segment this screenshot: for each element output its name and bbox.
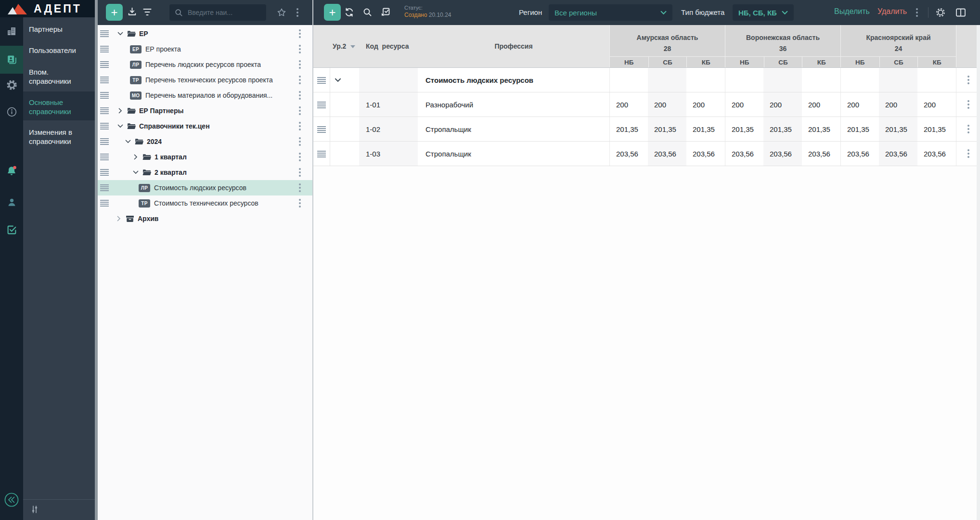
table-row[interactable]: 1-02 Стропальщик 201,35 201,35 201,35 20… [313,117,980,142]
value-cell: 201,35 [725,117,763,141]
tree-item-q2[interactable]: 2 квартал [98,165,312,180]
kebab-icon[interactable] [299,91,301,100]
collapse-panel-icon[interactable] [0,488,23,511]
chevron-down-icon[interactable] [117,32,123,36]
validate-icon[interactable] [381,7,391,17]
chevron-right-icon[interactable] [134,154,138,160]
tree-item-q1[interactable]: 1 квартал [98,149,312,165]
table-row[interactable]: 1-01 Разнорабочий 200 200 200 200 200 20… [313,92,980,117]
budget-type-dropdown[interactable]: НБ, СБ, КБ [733,4,794,21]
user-icon[interactable] [0,191,23,214]
drag-handle[interactable] [100,92,109,99]
kebab-icon[interactable] [299,45,301,53]
kebab-icon[interactable] [299,29,301,38]
kebab-icon[interactable] [299,76,301,84]
drag-handle[interactable] [100,200,109,207]
drag-handle[interactable] [100,30,109,37]
value-cell: 203,56 [725,142,763,166]
kebab-icon[interactable] [299,199,301,208]
tree-item-er-project[interactable]: ЕР ЕР проекта [98,41,312,57]
table-row[interactable]: 1-03 Стропальщик 203,56 203,56 203,56 20… [313,142,980,166]
toolbar-divider [928,7,928,18]
drag-handle[interactable] [317,77,326,84]
drag-handle[interactable] [317,151,326,157]
filter-icon[interactable] [142,8,152,16]
table-group-row[interactable]: Стоимость людских ресурсов [313,68,980,92]
chevron-right-icon[interactable] [118,108,122,114]
vertical-scrollbar[interactable] [977,25,980,520]
settings-icon[interactable] [0,73,23,96]
search-input[interactable] [187,8,259,17]
code-cell: 1-03 [359,142,418,166]
tree-item-2024[interactable]: 2024 [98,134,312,149]
gear-icon[interactable] [935,7,946,18]
budget-col-header: КБ [917,57,956,67]
documents-icon[interactable] [0,48,23,71]
drag-handle[interactable] [100,154,109,160]
tree-item-materials-list[interactable]: МО Перечень материалов и оборудования... [98,88,312,103]
menu-item-users[interactable]: Пользователи [29,46,91,55]
kebab-icon[interactable] [967,76,969,84]
kebab-icon[interactable] [299,183,301,192]
chevron-down-icon[interactable] [133,170,139,174]
checklist-icon[interactable] [0,218,23,241]
tree-item-label: Архив [138,215,158,222]
tree-item-er[interactable]: ЕР [98,26,312,41]
kebab-icon[interactable] [299,60,301,69]
drag-handle[interactable] [100,107,109,114]
tree-item-human-resources-list[interactable]: ЛР Перечень людских ресурсов проекта [98,57,312,72]
tree-item-tech-resources-list[interactable]: ТР Перечень технических ресурсов проекта [98,72,312,88]
drag-handle[interactable] [100,138,109,145]
region-header-amur: Амурская область 28 НБ СБ КБ [609,25,725,67]
drag-handle[interactable] [317,102,326,108]
split-view-icon[interactable] [955,7,967,18]
drag-handle[interactable] [100,184,109,191]
drag-handle[interactable] [100,77,109,83]
kebab-icon[interactable] [299,153,301,161]
sort-indicator-icon[interactable] [350,45,355,48]
chevron-down-icon[interactable] [125,140,131,143]
kebab-icon[interactable] [299,106,301,115]
delete-button[interactable]: Удалить [877,7,907,16]
select-button[interactable]: Выделить [834,7,870,16]
kebab-icon[interactable] [967,100,969,109]
sliders-icon[interactable] [30,505,39,514]
menu-item-aux-refs[interactable]: Впом. справочники [29,67,91,86]
tree-kebab-icon[interactable] [297,8,298,17]
chevron-right-icon[interactable] [117,216,121,221]
tree-item-archive[interactable]: Архив [98,211,312,226]
kebab-icon[interactable] [967,125,969,133]
chevron-down-icon[interactable] [117,124,123,128]
info-icon[interactable] [0,100,23,123]
tree-item-current-price-refs[interactable]: Справочники тек.цен [98,118,312,134]
menu-item-ref-changes[interactable]: Изменения в справочники [29,128,91,146]
tree-item-tech-resource-cost[interactable]: ТР Стоимость технических ресурсов [98,195,312,211]
drag-handle[interactable] [317,126,326,133]
menu-item-main-refs[interactable]: Основные справочники [29,98,91,116]
drag-handle[interactable] [100,169,109,176]
level-cell [330,92,359,117]
refresh-icon[interactable] [344,7,354,17]
type-badge: ТР [130,76,142,84]
kebab-icon[interactable] [299,168,301,177]
budget-col-header: НБ [841,57,879,67]
drag-handle[interactable] [100,123,109,130]
menu-item-partners[interactable]: Партнеры [29,25,91,34]
add-row-button[interactable]: + [324,4,341,21]
kebab-icon[interactable] [299,137,301,146]
download-icon[interactable] [127,7,137,17]
chevron-down-icon[interactable] [335,78,341,82]
search-icon[interactable] [362,7,372,17]
star-icon[interactable] [277,8,286,17]
more-kebab-icon[interactable] [916,8,918,17]
kebab-icon[interactable] [967,149,969,158]
region-dropdown[interactable]: Все регионы [549,4,672,21]
tree-item-human-resource-cost[interactable]: ЛР Стоимость людских ресурсов [98,180,312,195]
notifications-icon[interactable] [0,159,23,182]
kebab-icon[interactable] [299,122,301,130]
add-button[interactable]: + [106,4,123,21]
tree-item-er-partners[interactable]: ЕР Партнеры [98,103,312,118]
drag-handle[interactable] [100,46,109,52]
buildings-icon[interactable] [0,20,23,43]
drag-handle[interactable] [100,61,109,68]
